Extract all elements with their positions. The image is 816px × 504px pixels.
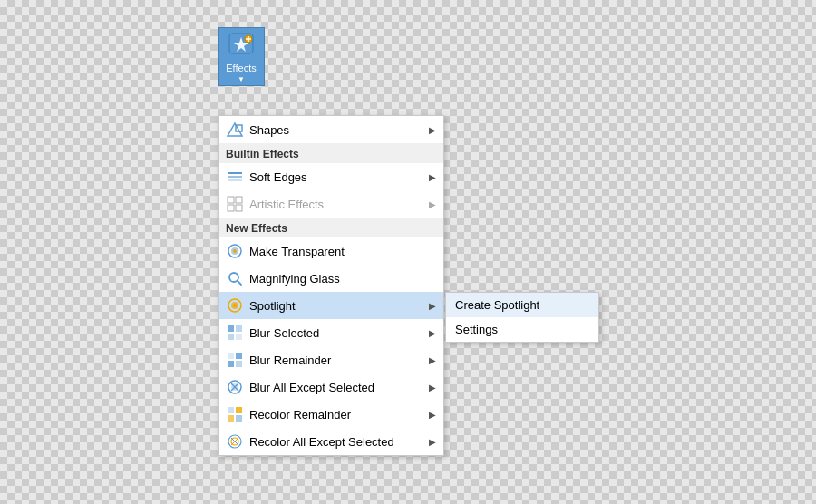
menu-item-blur-selected[interactable]: Blur Selected ▶ (219, 319, 443, 346)
magnifying-glass-label: Magnifying Glass (249, 272, 436, 286)
menu-item-recolor-all-except[interactable]: Recolor All Except Selected ▶ (219, 428, 443, 455)
shapes-label: Shapes (249, 123, 425, 137)
spotlight-submenu: Create Spotlight Settings (445, 292, 599, 343)
svg-rect-12 (228, 205, 234, 211)
svg-rect-35 (236, 407, 242, 413)
effects-button-label: Effects (226, 63, 256, 74)
blur-remainder-icon (226, 351, 244, 369)
menu-item-spotlight[interactable]: Spotlight ▶ Create Spotlight Settings (219, 292, 443, 319)
soft-edges-icon (226, 168, 244, 186)
recolor-all-except-arrow: ▶ (429, 437, 436, 447)
blur-all-except-icon (226, 378, 244, 396)
blur-remainder-arrow: ▶ (429, 355, 436, 365)
settings-label: Settings (455, 323, 498, 336)
create-spotlight-label: Create Spotlight (455, 298, 539, 312)
new-effects-header: New Effects (219, 218, 443, 237)
shapes-icon (226, 121, 244, 139)
menu-item-magnifying-glass[interactable]: Magnifying Glass (219, 265, 443, 292)
builtin-effects-header: Builtin Effects (219, 143, 443, 163)
spotlight-arrow: ▶ (429, 301, 436, 311)
svg-point-16 (233, 249, 237, 253)
effects-dropdown-arrow: ▼ (238, 75, 245, 83)
artistic-effects-arrow: ▶ (429, 199, 436, 209)
shapes-arrow: ▶ (429, 125, 436, 135)
effects-icon (227, 32, 256, 61)
recolor-remainder-arrow: ▶ (429, 410, 436, 420)
blur-selected-arrow: ▶ (429, 328, 436, 338)
blur-selected-icon (226, 324, 244, 342)
svg-rect-36 (228, 415, 234, 422)
recolor-remainder-icon (226, 405, 244, 423)
svg-rect-11 (236, 197, 242, 203)
recolor-all-except-icon (226, 432, 244, 451)
blur-remainder-label: Blur Remainder (249, 354, 425, 367)
make-transparent-icon (226, 242, 244, 260)
svg-rect-26 (228, 353, 234, 359)
menu-item-artistic-effects[interactable]: Artistic Effects ▶ (219, 190, 443, 218)
menu-item-recolor-remainder[interactable]: Recolor Remainder ▶ (219, 401, 443, 428)
blur-selected-label: Blur Selected (249, 326, 425, 340)
soft-edges-label: Soft Edges (249, 170, 425, 184)
svg-rect-29 (236, 361, 242, 367)
svg-rect-25 (236, 334, 242, 340)
magnifying-glass-icon (226, 269, 244, 287)
menu-item-soft-edges[interactable]: Soft Edges ▶ (219, 163, 443, 190)
svg-rect-27 (236, 353, 242, 359)
menu-item-blur-remainder[interactable]: Blur Remainder ▶ (219, 346, 443, 373)
svg-point-21 (233, 304, 237, 307)
spotlight-label: Spotlight (249, 299, 425, 313)
soft-edges-arrow: ▶ (429, 172, 436, 182)
recolor-remainder-label: Recolor Remainder (249, 408, 425, 422)
svg-rect-13 (236, 205, 242, 211)
svg-rect-37 (236, 415, 242, 422)
artistic-effects-label: Artistic Effects (249, 198, 425, 211)
make-transparent-label: Make Transparent (249, 245, 436, 258)
svg-rect-22 (228, 325, 234, 332)
svg-rect-28 (228, 361, 234, 367)
blur-all-except-arrow: ▶ (429, 383, 436, 393)
svg-rect-10 (228, 197, 234, 203)
submenu-item-settings[interactable]: Settings (446, 317, 598, 342)
svg-rect-34 (228, 407, 234, 413)
recolor-all-except-label: Recolor All Except Selected (249, 435, 425, 449)
effects-dropdown-menu: Shapes ▶ Builtin Effects Soft Edges ▶ Ar… (218, 115, 444, 456)
svg-rect-8 (228, 176, 242, 178)
spotlight-icon (226, 296, 244, 315)
svg-line-18 (238, 281, 241, 285)
submenu-item-create-spotlight[interactable]: Create Spotlight (446, 293, 598, 317)
svg-rect-7 (228, 172, 242, 174)
blur-all-except-label: Blur All Except Selected (249, 381, 425, 394)
menu-item-blur-all-except[interactable]: Blur All Except Selected ▶ (219, 373, 443, 401)
menu-item-shapes[interactable]: Shapes ▶ (219, 116, 443, 143)
svg-rect-23 (236, 325, 242, 332)
menu-item-make-transparent[interactable]: Make Transparent (219, 237, 443, 265)
artistic-effects-icon (226, 195, 244, 213)
svg-rect-9 (228, 179, 242, 181)
svg-rect-24 (228, 334, 234, 340)
effects-button[interactable]: Effects ▼ (218, 27, 265, 86)
